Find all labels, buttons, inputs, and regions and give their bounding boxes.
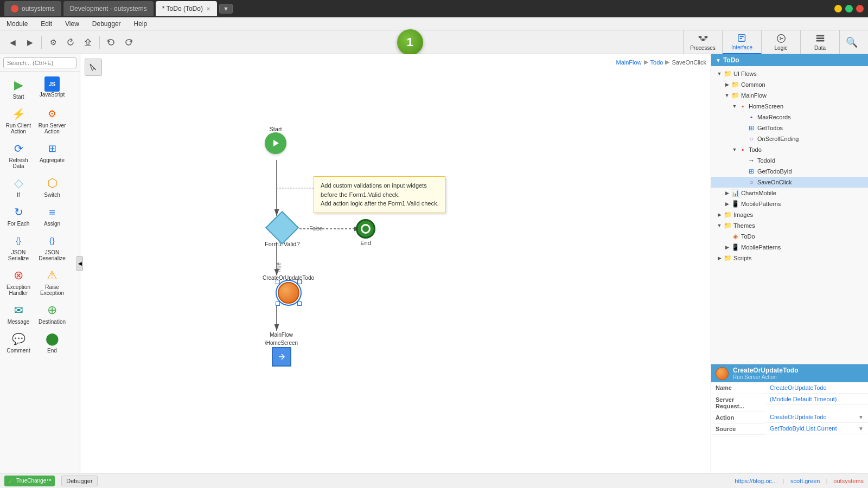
tree-item-gettodobyid[interactable]: ⊞ GetTodoById [711, 166, 868, 177]
canvas[interactable]: MainFlow ▶ Todo ▶ SaveOnClick [80, 54, 711, 473]
tool-json-deserialize[interactable]: {} JSON Deserialize [36, 230, 68, 264]
tool-refresh-data[interactable]: ⟳ Refresh Data [2, 138, 35, 171]
interface-icon-btn[interactable]: Interface [723, 30, 762, 54]
menu-module[interactable]: Module [4, 19, 30, 29]
tree-item-ui-flows[interactable]: ▼ 📁 UI Flows [711, 68, 868, 79]
action-dropdown-arrow[interactable]: ▼ [858, 414, 864, 420]
status-company: outsystems [833, 478, 864, 484]
flow-arrows [80, 54, 711, 473]
tree-item-common[interactable]: ▶ 📁 Common [711, 79, 868, 90]
menu-help[interactable]: Help [132, 19, 150, 29]
tool-switch-label: Switch [44, 192, 60, 198]
menu-view[interactable]: View [63, 19, 81, 29]
comment-icon: 💬 [10, 330, 27, 348]
tree-item-images[interactable]: ▶ 📁 Images [711, 209, 868, 220]
handle-tl [276, 280, 280, 284]
start-node[interactable]: Start [265, 125, 286, 154]
tree-item-maxrecords[interactable]: ▪ MaxRecords [711, 112, 868, 123]
tree-item-scripts[interactable]: ▶ 📁 Scripts [711, 253, 868, 264]
tree-item-mobilepatterns-themes[interactable]: ▶ 📱 MobilePatterns [711, 242, 868, 253]
svg-marker-17 [273, 140, 279, 146]
tree-item-saveonclick[interactable]: ○ SaveOnClick [711, 177, 868, 188]
navigate-node[interactable]: MainFlow \HomeScreen [265, 331, 298, 367]
settings-button[interactable]: ⚙ [45, 34, 61, 50]
back-button[interactable]: ◀ [4, 34, 21, 50]
maximize-button[interactable] [845, 5, 853, 12]
logic-icon-btn[interactable]: Logic [762, 30, 801, 54]
tree-item-todo-theme[interactable]: ◈ ToDo [711, 231, 868, 242]
tool-assign[interactable]: ≡ Assign [36, 201, 68, 229]
search-input[interactable] [3, 57, 76, 68]
minimize-button[interactable] [834, 5, 842, 12]
tool-aggregate[interactable]: ⊞ Aggregate [36, 138, 68, 171]
tab-close-todo[interactable]: ✕ [206, 6, 210, 12]
tree-item-todo[interactable]: ▼ ▪ Todo [711, 144, 868, 155]
tree-item-homescreen[interactable]: ▼ ▪ HomeScreen [711, 101, 868, 112]
tool-destination[interactable]: ⊕ Destination [36, 299, 68, 327]
tool-if[interactable]: ◇ If [2, 172, 35, 200]
source-dropdown-arrow[interactable]: ▼ [858, 426, 864, 432]
tool-json-serialize[interactable]: {} JSON Serialize [2, 230, 35, 264]
tool-message[interactable]: ✉ Message [2, 299, 35, 327]
tree-item-todoid[interactable]: → TodoId [711, 155, 868, 166]
form-valid-node[interactable]: Form1.Valid? False True [265, 216, 300, 247]
redo-button[interactable] [120, 34, 137, 50]
tree-item-mobilepatterns-ui[interactable]: ▶ 📱 MobilePatterns [711, 198, 868, 209]
nav-step-indicator: 1 [397, 29, 423, 55]
tree-item-chartsmobile[interactable]: ▶ 📊 ChartsMobile [711, 188, 868, 198]
tool-end[interactable]: ⬤ End [36, 328, 68, 356]
publish-button[interactable] [80, 34, 96, 50]
tab-outsystems[interactable]: outsystems [4, 1, 61, 16]
tool-switch[interactable]: ⬡ Switch [36, 172, 68, 200]
toolbar: ◀ ▶ ⚙ 1 [0, 30, 868, 54]
tab-dropdown[interactable]: ▼ [219, 4, 233, 14]
tool-start[interactable]: ▶ Start [2, 74, 35, 102]
tab-development[interactable]: Development - outsystems [63, 1, 154, 16]
tool-comment[interactable]: 💬 Comment [2, 328, 35, 356]
data-icon-btn[interactable]: Data [801, 30, 840, 54]
toolbox-items: ▶ Start JS JavaScript ⚡ Run Client Actio… [0, 72, 80, 358]
tool-run-server[interactable]: ⚙ Run Server Action [36, 103, 68, 137]
run-server-icon: ⚙ [43, 105, 61, 123]
tree-arrow: ▼ [731, 147, 738, 152]
breadcrumb-mainflow[interactable]: MainFlow [616, 59, 641, 66]
tool-exception-handler[interactable]: ⊗ Exception Handler [2, 265, 35, 298]
undo-button[interactable] [103, 34, 119, 50]
raise-exception-icon: ⚠ [43, 267, 61, 284]
tree-item-onscrollending[interactable]: ○ OnScrollEnding [711, 133, 868, 144]
breadcrumb-todo[interactable]: Todo [650, 59, 663, 66]
prop-value-action[interactable]: CreateOrUpdateTodo ▼ [765, 412, 868, 423]
menu-edit[interactable]: Edit [39, 19, 54, 29]
toolbar-sep-2 [99, 36, 100, 49]
debugger-button[interactable]: Debugger [61, 476, 97, 486]
tree-item-themes[interactable]: ▼ 📁 Themes [711, 220, 868, 231]
tool-javascript[interactable]: JS JavaScript [36, 74, 68, 102]
close-button[interactable] [856, 5, 864, 12]
canvas-select-tool[interactable] [85, 59, 102, 76]
tree-item-mainflow[interactable]: ▼ 📁 MainFlow [711, 90, 868, 101]
create-todo-node[interactable]: CreateOrUpdateTodo [263, 274, 314, 304]
tree-title: ▼ [716, 57, 721, 63]
processes-icon-btn[interactable]: Processes [684, 30, 723, 54]
tool-for-each[interactable]: ↻ For Each [2, 201, 35, 229]
prop-row-action[interactable]: Action CreateOrUpdateTodo ▼ [711, 412, 868, 423]
tool-run-client[interactable]: ⚡ Run Client Action [2, 103, 35, 137]
tree-container: ▼ 📁 UI Flows ▶ 📁 Common ▼ 📁 MainFlow [711, 66, 868, 266]
search-button[interactable]: 🔍 [840, 30, 864, 54]
tab-todo[interactable]: * ToDo (ToDo) ✕ [156, 1, 217, 16]
prop-value-source[interactable]: GetTodoById.List.Current ▼ [765, 423, 868, 434]
truechange-badge[interactable]: ✓ TrueChange™ [4, 476, 55, 486]
canvas-tools [85, 59, 102, 76]
props-title: CreateOrUpdateTodo [733, 367, 798, 374]
tool-raise-exception[interactable]: ⚠ Raise Exception [36, 265, 68, 298]
tool-raise-exception-label: Raise Exception [37, 284, 67, 296]
query-icon: ⊞ [747, 167, 756, 176]
forward-button[interactable]: ▶ [22, 34, 38, 50]
refresh-button[interactable] [62, 34, 79, 50]
prop-row-source[interactable]: Source GetTodoById.List.Current ▼ [711, 423, 868, 434]
tree-item-gettodos[interactable]: ⊞ GetTodos [711, 123, 868, 133]
breadcrumb: MainFlow ▶ Todo ▶ SaveOnClick [616, 59, 706, 66]
menu-debugger[interactable]: Debugger [90, 19, 123, 29]
toolbox-collapse-btn[interactable]: ◀ [76, 256, 83, 271]
end-node[interactable]: End [356, 219, 375, 246]
